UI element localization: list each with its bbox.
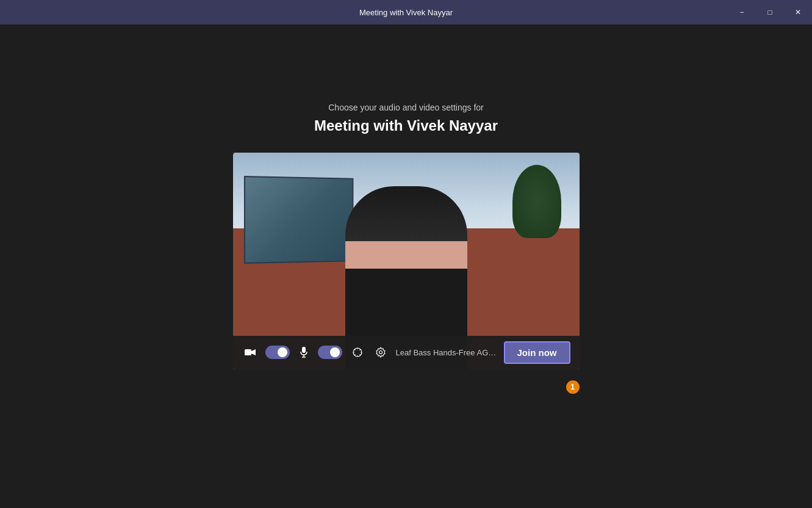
minimize-button[interactable]: − [728, 0, 756, 24]
audio-device-label: Leaf Bass Hands-Free AG Au... [396, 348, 497, 357]
notification-badge: 1 [566, 380, 580, 394]
video-preview-container: Leaf Bass Hands-Free AG Au... Join now 1 [233, 153, 580, 382]
close-icon: ✕ [795, 8, 801, 16]
close-button[interactable]: ✕ [784, 0, 812, 24]
svg-line-10 [354, 349, 356, 350]
svg-line-13 [354, 355, 356, 356]
svg-point-14 [379, 351, 382, 354]
svg-rect-2 [302, 347, 306, 353]
svg-line-11 [359, 355, 361, 356]
titlebar: Meeting with Vivek Nayyar − □ ✕ [0, 0, 812, 24]
join-now-button[interactable]: Join now [504, 341, 570, 364]
video-preview: Leaf Bass Hands-Free AG Au... Join now [233, 153, 580, 369]
maximize-button[interactable]: □ [756, 0, 784, 24]
meeting-title: Meeting with Vivek Nayyar [314, 117, 498, 134]
maximize-icon: □ [767, 8, 772, 16]
main-content: Choose your audio and video settings for… [0, 24, 812, 508]
mic-button[interactable] [297, 344, 311, 360]
effects-icon [352, 347, 363, 358]
controls-bar: Leaf Bass Hands-Free AG Au... Join now [233, 336, 580, 369]
tree-element [512, 165, 561, 238]
camera-button[interactable] [242, 346, 258, 359]
video-toggle[interactable] [265, 346, 290, 359]
svg-line-12 [359, 349, 361, 350]
gear-icon [375, 347, 386, 358]
window-controls: − □ ✕ [728, 0, 812, 24]
camera-icon [245, 348, 256, 357]
settings-button[interactable] [373, 344, 389, 360]
badge-wrapper: 1 [566, 380, 580, 394]
minimize-icon: − [739, 8, 744, 16]
svg-rect-0 [245, 349, 251, 355]
microphone-icon [300, 347, 308, 358]
settings-subtitle: Choose your audio and video settings for [328, 103, 484, 112]
mic-toggle[interactable] [318, 346, 342, 359]
svg-marker-1 [251, 349, 256, 355]
titlebar-title: Meeting with Vivek Nayyar [359, 8, 453, 17]
glass-panel [243, 176, 353, 264]
effects-button[interactable] [350, 344, 365, 360]
